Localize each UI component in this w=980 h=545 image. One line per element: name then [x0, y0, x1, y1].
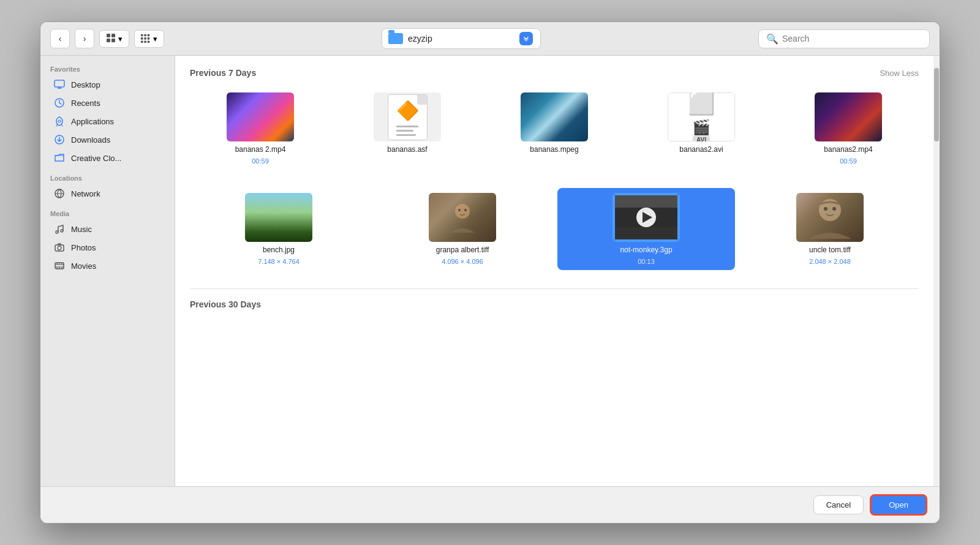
- locations-label: Locations: [40, 175, 175, 182]
- svg-rect-10: [148, 34, 150, 36]
- sidebar-item-downloads[interactable]: Downloads: [44, 130, 171, 149]
- sidebar-item-label-creative: Creative Clo...: [71, 154, 121, 163]
- file-item-bananasasf[interactable]: 🔶 bananas.asf: [337, 88, 478, 170]
- location-bar: ezyzip: [169, 28, 753, 49]
- file-item-bananas2avi[interactable]: ⬜ 🎬 AVI bananas2.avi: [631, 88, 772, 170]
- sidebar-item-music[interactable]: Music: [44, 220, 171, 238]
- location-pill[interactable]: ezyzip: [382, 28, 541, 49]
- file-name: bananas.mpeg: [530, 145, 578, 154]
- file-item-benchjpg[interactable]: bench.jpg 7.148 × 4.764: [190, 188, 368, 270]
- search-input[interactable]: [782, 34, 922, 43]
- file-thumb-granpa: [429, 193, 496, 242]
- section2-title: Previous 30 Days: [190, 299, 261, 309]
- svg-point-28: [832, 207, 836, 211]
- svg-rect-5: [141, 37, 143, 40]
- sidebar-item-label-applications: Applications: [71, 117, 114, 126]
- sidebar-item-creative-cloud[interactable]: Creative Clo...: [44, 149, 171, 167]
- file-grid-row2: bench.jpg 7.148 × 4.764: [190, 188, 919, 270]
- show-less-button[interactable]: Show Less: [880, 69, 919, 78]
- camera-icon: [54, 242, 65, 253]
- clock-icon: [54, 97, 65, 108]
- svg-point-15: [58, 120, 61, 122]
- rocket-icon: [54, 116, 65, 127]
- file-name: bench.jpg: [263, 246, 295, 254]
- download-icon: [54, 134, 65, 145]
- sidebar-item-label-recents: Recents: [71, 99, 100, 108]
- file-meta: 00:59: [840, 157, 857, 165]
- svg-rect-6: [141, 40, 143, 43]
- thumb-uncle: [796, 193, 864, 242]
- grid-icon: [106, 33, 116, 45]
- chevron-down-icon2: ▾: [153, 34, 157, 43]
- sidebar-item-desktop[interactable]: Desktop: [44, 75, 171, 94]
- sidebar-item-network[interactable]: Network: [44, 184, 171, 203]
- quicktime-icon: ⬜: [688, 92, 715, 116]
- location-pill-left: ezyzip: [388, 33, 432, 44]
- thumb-image: [227, 92, 294, 141]
- file-item-granpaalbert[interactable]: granpa albert.tiff 4.096 × 4.096: [374, 188, 551, 270]
- file-meta: 7.148 × 4.764: [258, 258, 300, 265]
- desktop-icon: [54, 79, 65, 90]
- icon-view-button[interactable]: ▾: [99, 30, 129, 48]
- back-button[interactable]: ‹: [50, 29, 70, 48]
- sidebar-item-label-photos: Photos: [71, 243, 96, 252]
- file-grid-row1: bananas 2.mp4 00:59 🔶: [190, 88, 919, 170]
- section1-title: Previous 7 Days: [190, 68, 256, 78]
- svg-point-24: [458, 209, 461, 211]
- sidebar-item-applications[interactable]: Applications: [44, 112, 171, 130]
- open-button[interactable]: Open: [870, 494, 927, 516]
- svg-rect-12: [148, 40, 150, 43]
- file-item-notmonkey[interactable]: not-monkey.3gp 00:13: [557, 188, 735, 270]
- forward-button[interactable]: ›: [75, 29, 94, 48]
- doc-page: 🔶: [388, 94, 428, 140]
- svg-rect-1: [111, 34, 115, 37]
- folder-creative-icon: [54, 152, 65, 164]
- content-wrapper: Previous 7 Days Show Less bananas 2.mp4 …: [175, 56, 940, 486]
- file-item-uncletom[interactable]: uncle tom.tiff 2.048 × 2.048: [741, 188, 919, 270]
- thumb-avi: ⬜ 🎬 AVI: [668, 92, 735, 141]
- scrollbar-track[interactable]: [933, 56, 940, 486]
- file-name: bananas2.avi: [679, 145, 723, 154]
- sidebar-item-movies[interactable]: Movies: [44, 257, 171, 275]
- music-icon: [54, 224, 65, 235]
- svg-rect-7: [144, 34, 146, 36]
- file-meta: 2.048 × 2.048: [809, 258, 851, 265]
- main-area: Favorites Desktop: [40, 56, 940, 486]
- file-thumb-bench: [245, 193, 312, 242]
- svg-point-23: [455, 204, 470, 219]
- thumb-granpa: [429, 193, 496, 242]
- play-button-icon: [636, 208, 656, 227]
- svg-point-18: [56, 231, 58, 233]
- file-meta: 00:13: [638, 258, 655, 265]
- file-name: not-monkey.3gp: [620, 246, 672, 254]
- svg-point-25: [464, 209, 467, 211]
- content-area: Previous 7 Days Show Less bananas 2.mp4 …: [175, 56, 933, 486]
- location-name: ezyzip: [408, 34, 432, 43]
- media-label: Media: [40, 210, 175, 217]
- footer: Cancel Open: [40, 486, 940, 523]
- thumb-vlc: 🔶: [374, 92, 441, 141]
- locations-section: Locations Network: [40, 175, 175, 203]
- chevron-down-icon: ▾: [118, 34, 123, 43]
- file-meta: 4.096 × 4.096: [442, 258, 483, 265]
- favorites-section: Favorites Desktop: [40, 66, 175, 167]
- sidebar-item-photos[interactable]: Photos: [44, 238, 171, 257]
- svg-rect-13: [55, 80, 64, 87]
- file-item-bananas2mp4b[interactable]: bananas2.mp4 00:59: [778, 88, 919, 170]
- sidebar-item-recents[interactable]: Recents: [44, 94, 171, 112]
- search-bar[interactable]: 🔍: [758, 29, 930, 48]
- list-view-button[interactable]: ▾: [134, 30, 164, 48]
- scrollbar-thumb[interactable]: [934, 68, 939, 141]
- file-item-bananasmpeg[interactable]: bananas.mpeg: [484, 88, 625, 170]
- globe-icon: [54, 188, 65, 199]
- thumb-pink2: [815, 92, 882, 141]
- file-item-bananas2mp4[interactable]: bananas 2.mp4 00:59: [190, 88, 331, 170]
- svg-rect-8: [144, 37, 146, 40]
- file-thumb-uncle: [796, 193, 864, 242]
- location-chevron-btn[interactable]: [519, 32, 533, 45]
- sidebar-item-label-movies: Movies: [71, 261, 96, 271]
- film-icon: [54, 260, 65, 271]
- doc-lines: [396, 126, 418, 136]
- cancel-button[interactable]: Cancel: [813, 495, 864, 514]
- svg-point-21: [58, 246, 61, 250]
